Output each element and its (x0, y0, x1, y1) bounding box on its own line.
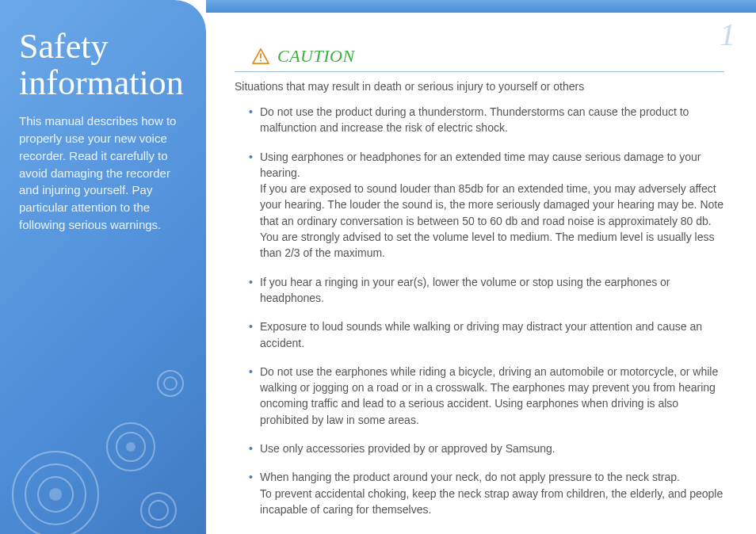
warning-triangle-icon (252, 48, 269, 64)
caution-item-text: If you are exposed to sound louder than … (260, 181, 724, 229)
page: 1 Safety information This manual describ… (0, 0, 756, 534)
sidebar-inner: Safety information This manual describes… (0, 0, 206, 234)
caution-item-text: Exposure to loud sounds while walking or… (260, 318, 724, 351)
caution-item-text: Do not use the product during a thunders… (260, 104, 724, 136)
caution-list: Do not use the product during a thunders… (235, 104, 724, 517)
caution-item: When hanging the product around your nec… (260, 469, 724, 517)
svg-point-8 (164, 377, 177, 390)
svg-point-9 (141, 493, 176, 528)
caution-header: CAUTION (252, 46, 724, 67)
caution-item-text: Using earphones or headphones for an ext… (260, 149, 724, 181)
top-accent-bar (206, 0, 756, 13)
caution-item: Using earphones or headphones for an ext… (260, 149, 724, 261)
main-content: CAUTION Situations that may result in de… (235, 46, 724, 520)
caution-item-text: If you hear a ringing in your ear(s), lo… (260, 274, 724, 307)
svg-point-3 (49, 488, 62, 501)
svg-point-6 (126, 442, 136, 452)
caution-item-text: When hanging the product around your nec… (260, 469, 724, 485)
caution-item: Do not use the product during a thunders… (260, 104, 724, 136)
decorative-circles (0, 328, 206, 534)
caution-item: Do not use the earphones while riding a … (260, 364, 724, 428)
caution-item: Exposure to loud sounds while walking or… (260, 318, 724, 351)
caution-item-text: Use only accessories provided by or appr… (260, 441, 724, 456)
sidebar-title: Safety information (19, 29, 189, 101)
svg-rect-11 (260, 53, 262, 58)
svg-rect-12 (260, 60, 262, 62)
sidebar-description: This manual describes how to properly us… (19, 113, 189, 233)
caution-item-text: To prevent accidental choking, keep the … (260, 486, 724, 518)
svg-point-7 (158, 371, 183, 396)
sidebar: Safety information This manual describes… (0, 0, 206, 534)
svg-point-10 (149, 501, 168, 520)
svg-point-0 (13, 452, 98, 534)
caution-item-text: You are strongly advised to set the volu… (260, 229, 724, 261)
caution-item: Use only accessories provided by or appr… (260, 441, 724, 456)
svg-point-4 (107, 423, 155, 471)
svg-point-5 (116, 433, 145, 461)
svg-point-2 (38, 477, 73, 512)
caution-title: CAUTION (277, 46, 355, 67)
svg-point-1 (25, 464, 86, 524)
caution-item: If you hear a ringing in your ear(s), lo… (260, 274, 724, 307)
caution-item-text: Do not use the earphones while riding a … (260, 364, 724, 428)
caution-lead: Situations that may result in death or s… (235, 80, 724, 93)
caution-rule (235, 71, 724, 72)
